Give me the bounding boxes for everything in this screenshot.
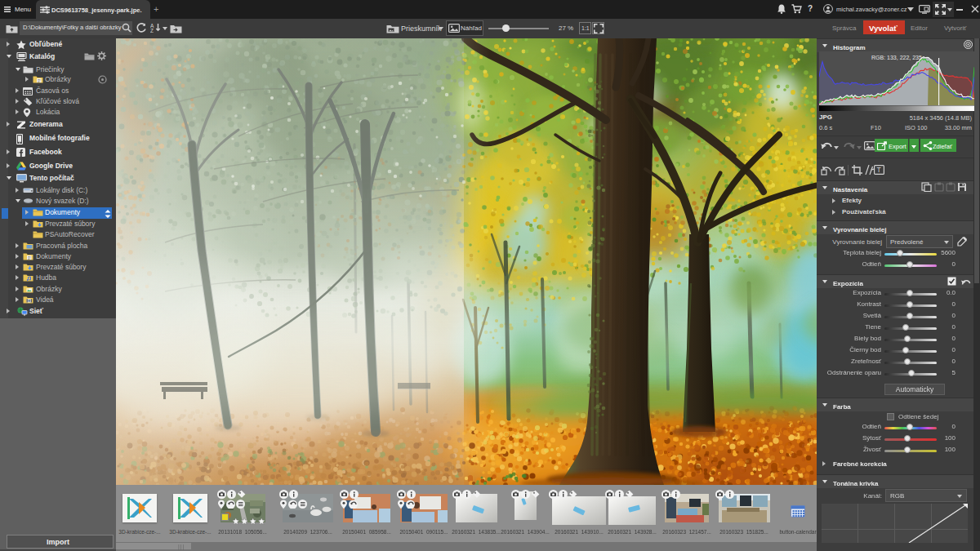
svg-text:RGB: 133, 222, 235: RGB: 133, 222, 235 xyxy=(871,55,922,60)
svg-text:Z: Z xyxy=(150,28,154,33)
svg-text:T: T xyxy=(877,166,881,174)
